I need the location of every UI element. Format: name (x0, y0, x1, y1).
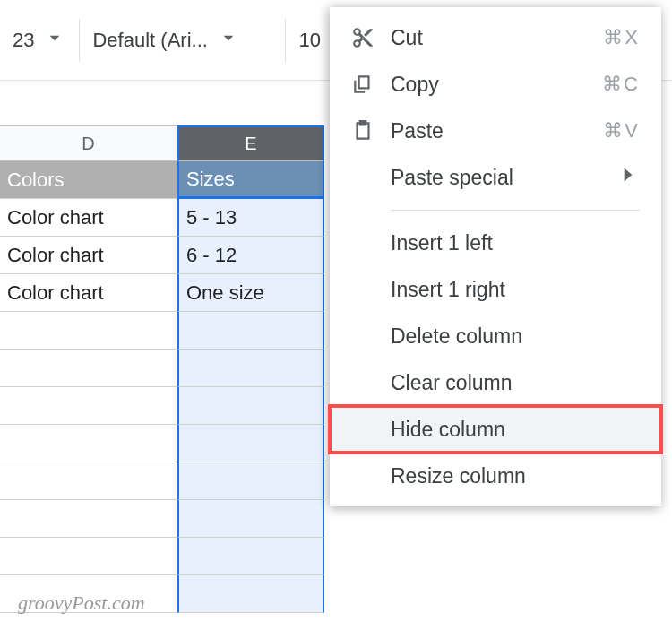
column-header-e[interactable]: E (177, 125, 324, 161)
menu-label: Paste special (391, 166, 616, 190)
cell[interactable] (177, 425, 324, 462)
cut-icon (351, 26, 391, 49)
chevron-down-icon (217, 26, 240, 55)
menu-label: Insert 1 right (391, 278, 640, 302)
cell[interactable] (177, 350, 324, 387)
menu-resize-column[interactable]: Resize column (330, 453, 661, 499)
column-header-d[interactable]: D (0, 125, 177, 161)
watermark: groovyPost.com (18, 592, 145, 615)
menu-insert-right[interactable]: Insert 1 right (330, 266, 661, 313)
menu-divider (391, 210, 640, 211)
menu-label: Insert 1 left (391, 231, 640, 255)
font-size-dropdown[interactable]: 10 (286, 19, 332, 62)
menu-copy[interactable]: Copy ⌘C (330, 61, 661, 108)
menu-paste-special[interactable]: Paste special (330, 154, 661, 201)
cell[interactable] (0, 425, 177, 462)
cell[interactable]: One size (177, 274, 324, 312)
cell[interactable] (0, 350, 177, 387)
number-format-dropdown[interactable]: 23 (0, 19, 80, 62)
cell[interactable]: Color chart (0, 237, 177, 274)
copy-icon (351, 73, 391, 96)
cell[interactable] (177, 575, 324, 613)
cell-sizes-header[interactable]: Sizes (177, 161, 324, 199)
menu-insert-left[interactable]: Insert 1 left (330, 220, 661, 266)
cell[interactable] (177, 462, 324, 500)
cell[interactable] (177, 538, 324, 575)
font-size-label: 10 (298, 29, 320, 52)
menu-label: Delete column (391, 324, 640, 349)
cell[interactable]: 5 - 13 (177, 199, 324, 237)
cell[interactable]: Color chart (0, 199, 177, 237)
menu-shortcut: ⌘C (602, 73, 640, 96)
cell[interactable] (177, 312, 324, 350)
cell[interactable] (0, 312, 177, 350)
table-row (0, 538, 672, 575)
cell-colors-header[interactable]: Colors (0, 161, 177, 199)
cell[interactable]: 6 - 12 (177, 237, 324, 274)
paste-icon (351, 119, 391, 143)
menu-delete-column[interactable]: Delete column (330, 313, 661, 359)
cell[interactable] (0, 500, 177, 538)
menu-label: Cut (391, 26, 603, 50)
menu-label: Hide column (391, 418, 640, 442)
menu-label: Clear column (391, 371, 640, 395)
chevron-right-icon (616, 163, 640, 192)
menu-label: Paste (391, 119, 603, 143)
font-dropdown[interactable]: Default (Ari... (80, 19, 286, 62)
menu-shortcut: ⌘X (603, 26, 640, 49)
number-format-label: 23 (13, 29, 34, 52)
context-menu: Cut ⌘X Copy ⌘C Paste ⌘V Paste special In… (330, 7, 661, 506)
menu-clear-column[interactable]: Clear column (330, 359, 661, 406)
menu-hide-column[interactable]: Hide column (330, 406, 661, 453)
cell[interactable] (177, 500, 324, 538)
font-label: Default (Ari... (92, 29, 207, 52)
cell[interactable] (0, 462, 177, 500)
chevron-down-icon (43, 26, 66, 55)
menu-cut[interactable]: Cut ⌘X (330, 14, 661, 61)
cell[interactable] (177, 387, 324, 425)
menu-shortcut: ⌘V (603, 119, 640, 143)
cell[interactable] (0, 387, 177, 425)
menu-label: Resize column (391, 464, 640, 488)
cell[interactable] (0, 538, 177, 575)
cell[interactable]: Color chart (0, 274, 177, 312)
menu-paste[interactable]: Paste ⌘V (330, 108, 661, 154)
menu-label: Copy (391, 73, 602, 97)
